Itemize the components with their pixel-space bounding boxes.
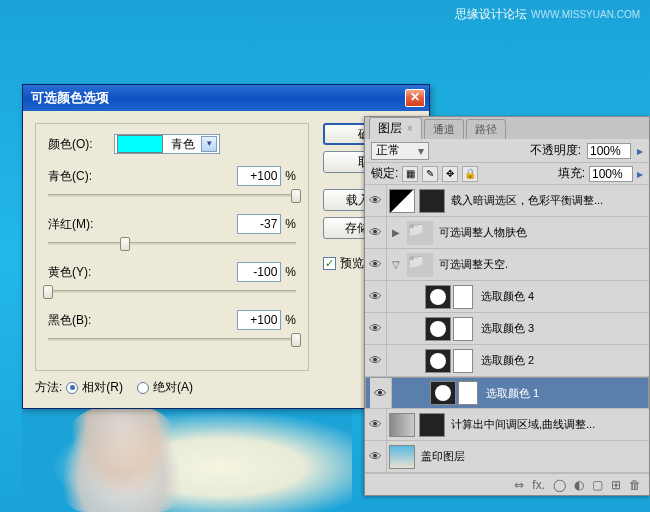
layer-thumb xyxy=(425,317,451,341)
cyan-label: 青色(C): xyxy=(48,168,114,185)
visibility-icon[interactable]: 👁 xyxy=(365,409,387,440)
close-icon[interactable]: ✕ xyxy=(405,89,425,107)
layer-row[interactable]: 👁 选取颜色 1 xyxy=(365,377,649,409)
panel-footer: ⇔ fx. ◯ ◐ ▢ ⊞ 🗑 xyxy=(365,473,649,495)
visibility-icon[interactable]: 👁 xyxy=(365,281,387,312)
layer-row[interactable]: 👁 载入暗调选区，色彩平衡调整... xyxy=(365,185,649,217)
visibility-icon[interactable]: 👁 xyxy=(370,378,392,408)
chevron-right-icon[interactable]: ▶ xyxy=(392,227,400,238)
layer-mask xyxy=(419,189,445,213)
layer-row[interactable]: 👁 选取颜色 3 xyxy=(365,313,649,345)
layer-thumb xyxy=(389,445,415,469)
chevron-down-icon[interactable]: ▽ xyxy=(392,259,400,270)
folder-icon xyxy=(407,253,433,277)
arrow-right-icon[interactable]: ▸ xyxy=(637,144,643,158)
colors-dropdown[interactable]: 青色 ▾ xyxy=(114,134,220,154)
visibility-icon[interactable]: 👁 xyxy=(365,249,387,280)
yellow-slider[interactable] xyxy=(48,286,296,300)
opacity-label: 不透明度: xyxy=(530,142,581,159)
fill-label: 填充: xyxy=(558,165,585,182)
watermark: 思缘设计论坛WWW.MISSYUAN.COM xyxy=(455,6,640,23)
colors-label: 颜色(O): xyxy=(48,136,114,153)
layer-thumb xyxy=(389,189,415,213)
layers-panel: 图层 × 通道 路径 正常▾ 不透明度: ▸ 锁定: ▦ ✎ ✥ 🔒 填充: ▸… xyxy=(364,116,650,496)
mask-icon[interactable]: ◯ xyxy=(553,478,566,492)
magenta-slider[interactable] xyxy=(48,238,296,252)
group-icon[interactable]: ▢ xyxy=(592,478,603,492)
new-layer-icon[interactable]: ⊞ xyxy=(611,478,621,492)
layer-mask xyxy=(458,381,478,405)
titlebar[interactable]: 可选颜色选项 ✕ xyxy=(23,85,429,111)
layer-thumb xyxy=(425,285,451,309)
layer-mask xyxy=(453,349,473,373)
layer-row[interactable]: 👁 计算出中间调区域,曲线调整... xyxy=(365,409,649,441)
yellow-input[interactable] xyxy=(237,262,281,282)
panel-tabs: 图层 × 通道 路径 xyxy=(365,117,649,139)
black-input[interactable] xyxy=(237,310,281,330)
layer-row[interactable]: 👁 ▽ 可选调整天空. xyxy=(365,249,649,281)
layer-row[interactable]: 👁 盖印图层 xyxy=(365,441,649,473)
layer-mask xyxy=(453,317,473,341)
layer-mask xyxy=(419,413,445,437)
layer-row[interactable]: 👁 选取颜色 4 xyxy=(365,281,649,313)
black-slider[interactable] xyxy=(48,334,296,348)
tab-layers[interactable]: 图层 × xyxy=(369,117,422,139)
lock-all-icon[interactable]: 🔒 xyxy=(462,166,478,182)
relative-radio[interactable] xyxy=(66,382,78,394)
tab-paths[interactable]: 路径 xyxy=(466,119,506,139)
layer-thumb xyxy=(425,349,451,373)
visibility-icon[interactable]: 👁 xyxy=(365,441,387,472)
visibility-icon[interactable]: 👁 xyxy=(365,345,387,376)
background-photo xyxy=(22,400,352,512)
layer-row[interactable]: 👁 ▶ 可选调整人物肤色 xyxy=(365,217,649,249)
color-fieldset: 颜色(O): 青色 ▾ 青色(C):% 洋红(M):% 黄色(Y):% 黑色(B… xyxy=(35,123,309,371)
dialog-title: 可选颜色选项 xyxy=(31,89,405,107)
method-row: 方法: 相对(R) 绝对(A) xyxy=(35,379,309,396)
preview-checkbox[interactable]: ✓ xyxy=(323,257,336,270)
visibility-icon[interactable]: 👁 xyxy=(365,217,387,248)
lock-move-icon[interactable]: ✥ xyxy=(442,166,458,182)
fx-icon[interactable]: fx. xyxy=(532,478,545,492)
lock-label: 锁定: xyxy=(371,165,398,182)
lock-brush-icon[interactable]: ✎ xyxy=(422,166,438,182)
layer-thumb xyxy=(389,413,415,437)
visibility-icon[interactable]: 👁 xyxy=(365,185,387,216)
chevron-down-icon[interactable]: ▾ xyxy=(201,136,217,152)
cyan-slider[interactable] xyxy=(48,190,296,204)
trash-icon[interactable]: 🗑 xyxy=(629,478,641,492)
black-label: 黑色(B): xyxy=(48,312,114,329)
absolute-radio[interactable] xyxy=(137,382,149,394)
color-swatch xyxy=(117,135,163,153)
cyan-input[interactable] xyxy=(237,166,281,186)
layer-mask xyxy=(453,285,473,309)
tab-channels[interactable]: 通道 xyxy=(424,119,464,139)
arrow-right-icon[interactable]: ▸ xyxy=(637,167,643,181)
adjustment-icon[interactable]: ◐ xyxy=(574,478,584,492)
opacity-input[interactable] xyxy=(587,143,631,159)
lock-pixels-icon[interactable]: ▦ xyxy=(402,166,418,182)
magenta-label: 洋红(M): xyxy=(48,216,114,233)
layers-list: 👁 载入暗调选区，色彩平衡调整... 👁 ▶ 可选调整人物肤色 👁 ▽ 可选调整… xyxy=(365,185,649,473)
folder-icon xyxy=(407,221,433,245)
link-layers-icon[interactable]: ⇔ xyxy=(514,478,524,492)
visibility-icon[interactable]: 👁 xyxy=(365,313,387,344)
magenta-input[interactable] xyxy=(237,214,281,234)
layer-thumb xyxy=(430,381,456,405)
fill-input[interactable] xyxy=(589,166,633,182)
blend-mode-select[interactable]: 正常▾ xyxy=(371,142,429,160)
yellow-label: 黄色(Y): xyxy=(48,264,114,281)
layer-row[interactable]: 👁 选取颜色 2 xyxy=(365,345,649,377)
